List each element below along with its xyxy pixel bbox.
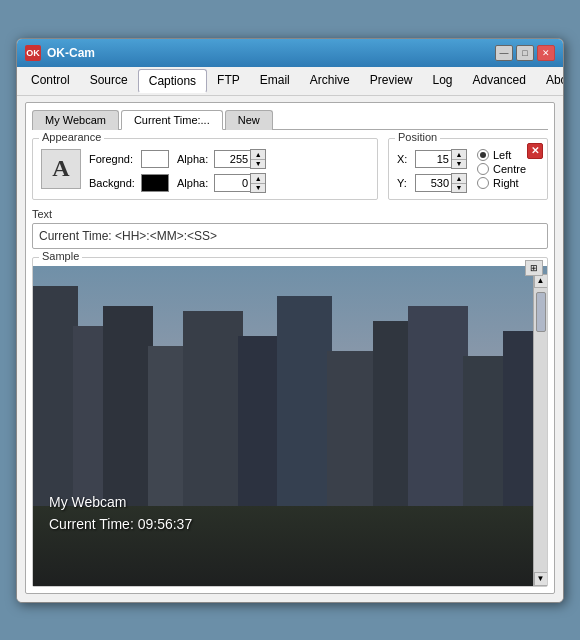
title-buttons: — □ ✕ xyxy=(495,45,555,61)
y-up[interactable]: ▲ xyxy=(452,174,466,183)
y-label: Y: xyxy=(397,177,409,189)
app-icon: OK xyxy=(25,45,41,61)
camera-preview: My Webcam Current Time: 09:56:37 ▲ ▼ xyxy=(33,266,547,586)
x-up[interactable]: ▲ xyxy=(452,150,466,159)
sub-tabs: My Webcam Current Time:... New xyxy=(32,109,548,130)
backgnd-swatch[interactable] xyxy=(141,174,169,192)
position-content: X: ▲ ▼ Y: xyxy=(397,143,539,193)
appearance-position-row: Appearance A Foregnd: Alpha: xyxy=(32,138,548,200)
alpha-label-bg: Alpha: xyxy=(177,177,208,189)
radio-right-label: Right xyxy=(493,177,519,189)
x-label: X: xyxy=(397,153,409,165)
letter-preview: A xyxy=(41,149,81,189)
y-row: Y: ▲ ▼ xyxy=(397,173,467,193)
scroll-down-button[interactable]: ▼ xyxy=(534,572,548,586)
backgnd-row: Backgnd: Alpha: ▲ ▼ xyxy=(89,173,266,193)
radio-left-label: Left xyxy=(493,149,511,161)
tab-current-time[interactable]: Current Time:... xyxy=(121,110,223,130)
radio-left-indicator xyxy=(477,149,489,161)
alignment-radio-group: Left Centre Right xyxy=(477,149,526,189)
color-rows: Foregnd: Alpha: ▲ ▼ xyxy=(89,149,266,193)
overlay-line1: My Webcam xyxy=(49,491,192,513)
window-title: OK-Cam xyxy=(47,46,95,60)
foregnd-row: Foregnd: Alpha: ▲ ▼ xyxy=(89,149,266,169)
menu-captions[interactable]: Captions xyxy=(138,69,207,93)
overlay-line2: Current Time: 09:56:37 xyxy=(49,513,192,535)
position-label: Position xyxy=(395,131,440,143)
backgnd-alpha-input[interactable] xyxy=(214,174,250,192)
appearance-content: A Foregnd: Alpha: ▲ ▼ xyxy=(41,143,369,193)
building-3 xyxy=(103,306,153,506)
y-input[interactable] xyxy=(415,174,451,192)
menu-archive[interactable]: Archive xyxy=(300,69,360,93)
title-bar: OK OK-Cam — □ ✕ xyxy=(17,39,563,67)
foregnd-alpha-down[interactable]: ▼ xyxy=(251,159,265,168)
radio-centre-label: Centre xyxy=(493,163,526,175)
y-spin-field: ▲ ▼ xyxy=(415,173,467,193)
position-section: Position ✕ X: ▲ ▼ xyxy=(388,138,548,200)
maximize-button[interactable]: □ xyxy=(516,45,534,61)
x-spin-field: ▲ ▼ xyxy=(415,149,467,169)
x-input[interactable] xyxy=(415,150,451,168)
text-section: Text xyxy=(32,208,548,249)
title-bar-left: OK OK-Cam xyxy=(25,45,95,61)
inner-panel: My Webcam Current Time:... New Appearanc… xyxy=(25,102,555,594)
overlay-text: My Webcam Current Time: 09:56:37 xyxy=(49,491,192,536)
building-8 xyxy=(327,351,377,506)
sample-label: Sample xyxy=(39,250,82,262)
x-row: X: ▲ ▼ xyxy=(397,149,467,169)
menu-bar: Control Source Captions FTP Email Archiv… xyxy=(17,67,563,96)
radio-right-indicator xyxy=(477,177,489,189)
building-1 xyxy=(33,286,78,506)
position-close-button[interactable]: ✕ xyxy=(527,143,543,159)
appearance-section: Appearance A Foregnd: Alpha: xyxy=(32,138,378,200)
minimize-button[interactable]: — xyxy=(495,45,513,61)
sample-expand-icon[interactable]: ⊞ xyxy=(525,260,543,276)
tab-my-webcam[interactable]: My Webcam xyxy=(32,110,119,130)
menu-ftp[interactable]: FTP xyxy=(207,69,250,93)
close-button[interactable]: ✕ xyxy=(537,45,555,61)
menu-email[interactable]: Email xyxy=(250,69,300,93)
radio-centre-indicator xyxy=(477,163,489,175)
building-9 xyxy=(373,321,413,506)
scroll-thumb[interactable] xyxy=(536,292,546,332)
building-4 xyxy=(148,346,188,506)
y-spinners: ▲ ▼ xyxy=(451,173,467,193)
foregnd-label: Foregnd: xyxy=(89,153,137,165)
foregnd-alpha-up[interactable]: ▲ xyxy=(251,150,265,159)
foregnd-alpha-field: ▲ ▼ xyxy=(214,149,266,169)
building-7 xyxy=(277,296,332,506)
foregnd-alpha-spinners: ▲ ▼ xyxy=(250,149,266,169)
backgnd-alpha-down[interactable]: ▼ xyxy=(251,183,265,192)
x-down[interactable]: ▼ xyxy=(452,159,466,168)
menu-preview[interactable]: Preview xyxy=(360,69,423,93)
menu-control[interactable]: Control xyxy=(21,69,80,93)
x-spinners: ▲ ▼ xyxy=(451,149,467,169)
building-10 xyxy=(408,306,468,506)
menu-advanced[interactable]: Advanced xyxy=(463,69,536,93)
sample-section: Sample ⊞ xyxy=(32,257,548,587)
menu-log[interactable]: Log xyxy=(422,69,462,93)
alpha-label-fg: Alpha: xyxy=(177,153,208,165)
menu-about[interactable]: About xyxy=(536,69,564,93)
menu-source[interactable]: Source xyxy=(80,69,138,93)
text-input[interactable] xyxy=(32,223,548,249)
radio-centre[interactable]: Centre xyxy=(477,163,526,175)
y-down[interactable]: ▼ xyxy=(452,183,466,192)
backgnd-alpha-field: ▲ ▼ xyxy=(214,173,266,193)
backgnd-alpha-up[interactable]: ▲ xyxy=(251,174,265,183)
scroll-up-button[interactable]: ▲ xyxy=(534,274,548,288)
radio-right[interactable]: Right xyxy=(477,177,526,189)
main-window: OK OK-Cam — □ ✕ Control Source Captions … xyxy=(16,38,564,603)
building-5 xyxy=(183,311,243,506)
foregnd-swatch[interactable] xyxy=(141,150,169,168)
scrollbar-right[interactable]: ▲ ▼ xyxy=(533,274,547,586)
text-section-label: Text xyxy=(32,208,548,220)
app-icon-text: OK xyxy=(26,48,40,58)
building-11 xyxy=(463,356,508,506)
tab-new[interactable]: New xyxy=(225,110,273,130)
foregnd-alpha-input[interactable] xyxy=(214,150,250,168)
radio-left[interactable]: Left xyxy=(477,149,526,161)
xy-fields: X: ▲ ▼ Y: xyxy=(397,149,467,193)
backgnd-alpha-spinners: ▲ ▼ xyxy=(250,173,266,193)
